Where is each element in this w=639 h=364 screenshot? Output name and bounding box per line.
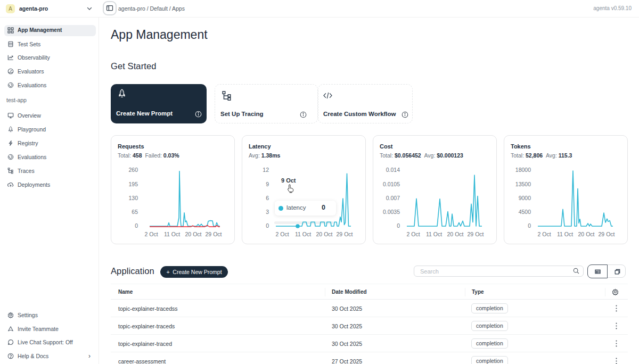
svg-text:9000: 9000 [519, 195, 531, 201]
svg-text:0: 0 [397, 222, 400, 229]
svg-text:4500: 4500 [519, 209, 531, 215]
svg-text:0.014: 0.014 [386, 167, 400, 173]
svg-text:0: 0 [135, 222, 138, 229]
svg-text:0.0105: 0.0105 [383, 181, 400, 187]
svg-text:29 Oct: 29 Oct [337, 231, 353, 237]
svg-text:0: 0 [266, 222, 269, 229]
svg-text:130: 130 [128, 195, 138, 201]
svg-text:12: 12 [263, 167, 269, 173]
svg-text:260: 260 [128, 167, 138, 173]
svg-text:11 Oct: 11 Oct [295, 231, 311, 237]
svg-text:65: 65 [132, 209, 138, 215]
svg-text:9: 9 [266, 181, 269, 187]
svg-text:6: 6 [266, 195, 269, 201]
svg-text:2 Oct: 2 Oct [406, 231, 420, 237]
svg-text:20 Oct: 20 Oct [447, 231, 464, 237]
svg-text:3: 3 [266, 209, 269, 215]
svg-text:2 Oct: 2 Oct [144, 231, 158, 237]
svg-text:29 Oct: 29 Oct [206, 231, 222, 237]
svg-text:20 Oct: 20 Oct [578, 231, 595, 237]
svg-text:13500: 13500 [515, 181, 531, 187]
svg-text:29 Oct: 29 Oct [468, 231, 484, 237]
svg-text:29 Oct: 29 Oct [599, 231, 615, 237]
svg-text:18000: 18000 [515, 167, 531, 173]
svg-text:195: 195 [128, 181, 138, 187]
svg-text:11 Oct: 11 Oct [426, 231, 442, 237]
svg-text:11 Oct: 11 Oct [557, 231, 573, 237]
svg-text:0: 0 [528, 222, 531, 229]
svg-text:0.0035: 0.0035 [383, 209, 400, 215]
svg-text:20 Oct: 20 Oct [316, 231, 333, 237]
svg-text:20 Oct: 20 Oct [185, 231, 202, 237]
svg-text:2 Oct: 2 Oct [275, 231, 289, 237]
svg-text:2 Oct: 2 Oct [537, 231, 551, 237]
svg-text:0.007: 0.007 [386, 195, 400, 201]
svg-text:11 Oct: 11 Oct [164, 231, 180, 237]
